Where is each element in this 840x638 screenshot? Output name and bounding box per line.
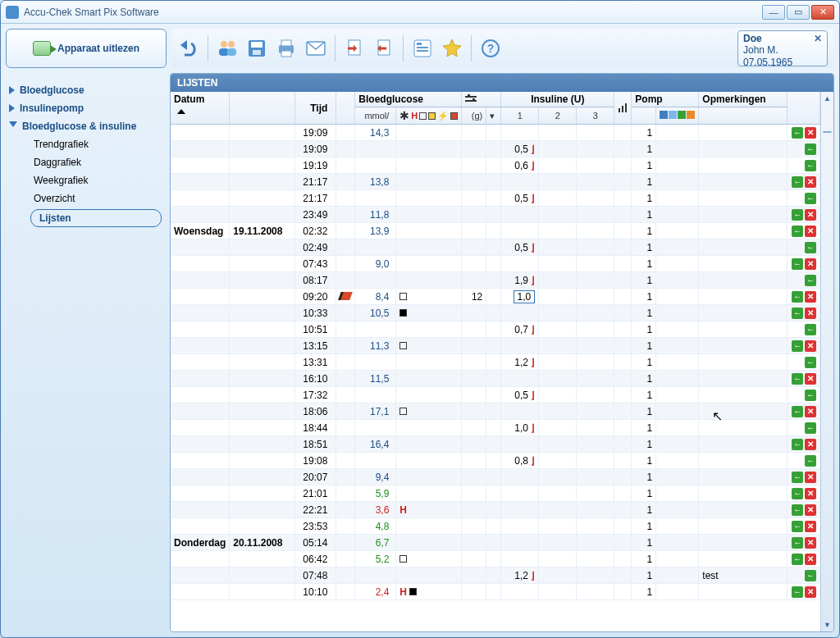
help-button[interactable]: ?	[480, 38, 501, 59]
email-button[interactable]	[305, 38, 326, 59]
settings-button[interactable]	[412, 38, 433, 59]
nav-lijsten[interactable]: Lijsten	[30, 209, 162, 227]
table-row[interactable]: 17:320,5 ⌋1←	[171, 387, 820, 403]
table-row[interactable]: 07:439,01←✕	[171, 256, 820, 272]
row-confirm-button[interactable]: ←	[805, 144, 816, 155]
row-delete-button[interactable]: ✕	[805, 554, 816, 565]
row-delete-button[interactable]: ✕	[805, 308, 816, 319]
nav-insulinepomp[interactable]: Insulinepomp	[6, 99, 167, 117]
col-ins2[interactable]: 2	[539, 107, 577, 125]
table-row[interactable]: Donderdag20.11.200805:146,71←✕	[171, 535, 820, 551]
save-button[interactable]	[246, 38, 267, 59]
row-delete-button[interactable]: ✕	[805, 176, 816, 188]
row-delete-button[interactable]: ✕	[805, 340, 816, 352]
row-confirm-button[interactable]: ←	[805, 422, 816, 434]
table-row[interactable]: 02:490,5 ⌋1←	[171, 239, 820, 256]
row-confirm-button[interactable]: ←	[805, 160, 816, 171]
row-delete-button[interactable]: ✕	[805, 504, 816, 516]
carbs-dropdown[interactable]: ▾	[486, 107, 501, 125]
vertical-scrollbar[interactable]: ▲ ▼	[820, 92, 833, 631]
row-delete-button[interactable]: ✕	[805, 226, 816, 237]
table-row[interactable]: 18:5116,41←✕	[171, 436, 820, 453]
nav-daggrafiek[interactable]: Daggrafiek	[6, 153, 167, 171]
table-row[interactable]: 19:0914,31←✕	[171, 125, 820, 141]
row-confirm-button[interactable]: ←	[792, 291, 803, 303]
table-row[interactable]: 10:3310,51←✕	[171, 305, 820, 321]
row-delete-button[interactable]: ✕	[805, 209, 816, 221]
insulin-edit-field[interactable]: 1,0	[514, 290, 536, 303]
row-confirm-button[interactable]: ←	[792, 537, 803, 549]
row-confirm-button[interactable]: ←	[792, 308, 803, 319]
nav-bg-insuline[interactable]: Bloedglucose & insuline	[6, 117, 167, 135]
row-confirm-button[interactable]: ←	[792, 176, 803, 188]
table-row[interactable]: 22:213,6H1←✕	[171, 502, 820, 518]
row-confirm-button[interactable]: ←	[805, 275, 816, 286]
col-insuline[interactable]: Insuline (U)	[501, 92, 614, 107]
row-delete-button[interactable]: ✕	[805, 439, 816, 450]
row-confirm-button[interactable]: ←	[792, 127, 803, 139]
row-confirm-button[interactable]: ←	[805, 390, 816, 401]
row-confirm-button[interactable]: ←	[805, 193, 816, 204]
undo-button[interactable]	[178, 38, 199, 59]
nav-overzicht[interactable]: Overzicht	[6, 189, 167, 207]
window-close-button[interactable]: ✕	[811, 5, 834, 20]
table-row[interactable]: 08:171,9 ⌋1←	[171, 272, 820, 289]
window-minimize-button[interactable]: —	[762, 5, 785, 20]
row-confirm-button[interactable]: ←	[792, 258, 803, 270]
table-row[interactable]: 06:425,21←✕	[171, 551, 820, 567]
nav-trendgrafiek[interactable]: Trendgrafiek	[6, 135, 167, 153]
col-opmerkingen[interactable]: Opmerkingen	[699, 92, 788, 107]
row-delete-button[interactable]: ✕	[805, 521, 816, 532]
row-confirm-button[interactable]: ←	[805, 455, 816, 467]
table-row[interactable]: 23:534,81←✕	[171, 518, 820, 535]
row-delete-button[interactable]: ✕	[805, 537, 816, 549]
table-row[interactable]: 23:4911,81←✕	[171, 207, 820, 223]
col-datum[interactable]: Datum	[174, 93, 204, 105]
row-delete-button[interactable]: ✕	[805, 258, 816, 270]
table-row[interactable]: 16:1011,51←✕	[171, 371, 820, 387]
table-row[interactable]: 10:102,4H 1←✕	[171, 584, 820, 600]
row-confirm-button[interactable]: ←	[792, 209, 803, 221]
table-row[interactable]: 20:079,41←✕	[171, 469, 820, 485]
col-tijd[interactable]: Tijd	[295, 92, 336, 125]
import-button[interactable]	[344, 38, 365, 59]
print-button[interactable]	[276, 38, 297, 59]
table-row[interactable]: 18:441,0 ⌋1←	[171, 420, 820, 436]
table-row[interactable]: 21:1713,81←✕	[171, 174, 820, 190]
table-row[interactable]: 19:090,5 ⌋1←	[171, 141, 820, 157]
row-confirm-button[interactable]: ←	[792, 439, 803, 450]
row-confirm-button[interactable]: ←	[792, 554, 803, 565]
nav-weekgrafiek[interactable]: Weekgrafiek	[6, 171, 167, 189]
row-confirm-button[interactable]: ←	[792, 586, 803, 598]
row-confirm-button[interactable]: ←	[792, 521, 803, 532]
row-delete-button[interactable]: ✕	[805, 127, 816, 139]
table-row[interactable]: 09:208,4121,01←✕	[171, 289, 820, 305]
patient-card[interactable]: ✕ Doe John M. 07.05.1965	[737, 30, 828, 66]
col-ins3[interactable]: 3	[577, 107, 614, 125]
row-delete-button[interactable]: ✕	[805, 373, 816, 385]
row-confirm-button[interactable]: ←	[805, 324, 816, 335]
read-device-button[interactable]: Apparaat uitlezen	[6, 29, 167, 68]
row-confirm-button[interactable]: ←	[792, 406, 803, 417]
scroll-down-button[interactable]: ▼	[821, 618, 833, 631]
nav-bloedglucose[interactable]: Bloedglucose	[6, 81, 167, 99]
table-row[interactable]: 13:311,2 ⌋1←	[171, 354, 820, 371]
row-confirm-button[interactable]: ←	[792, 373, 803, 385]
scroll-thumb[interactable]	[823, 131, 832, 133]
row-delete-button[interactable]: ✕	[805, 291, 816, 303]
row-confirm-button[interactable]: ←	[805, 242, 816, 253]
row-confirm-button[interactable]: ←	[792, 504, 803, 516]
row-delete-button[interactable]: ✕	[805, 406, 816, 417]
table-row[interactable]: 13:1511,31←✕	[171, 338, 820, 354]
col-bloedglucose[interactable]: Bloedglucose	[355, 92, 462, 107]
table-row[interactable]: 10:510,7 ⌋1←	[171, 321, 820, 338]
row-confirm-button[interactable]: ←	[805, 357, 816, 368]
row-confirm-button[interactable]: ←	[792, 226, 803, 237]
table-row[interactable]: 19:190,6 ⌋1←	[171, 157, 820, 174]
patients-button[interactable]	[217, 38, 238, 59]
row-delete-button[interactable]: ✕	[805, 472, 816, 483]
row-confirm-button[interactable]: ←	[805, 570, 816, 581]
row-confirm-button[interactable]: ←	[792, 340, 803, 352]
scroll-up-button[interactable]: ▲	[821, 92, 833, 105]
table-row[interactable]: 19:080,8 ⌋1←	[171, 453, 820, 469]
